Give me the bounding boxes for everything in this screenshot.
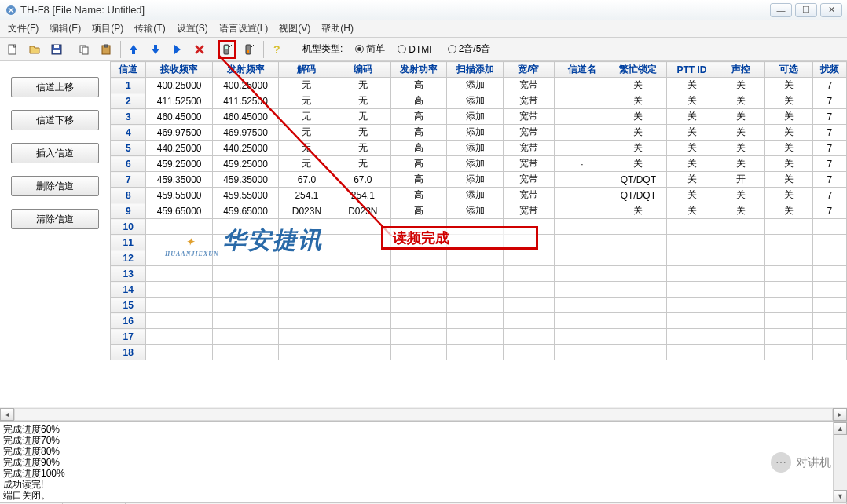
cell[interactable]: 关 — [610, 109, 666, 125]
cell[interactable]: 关 — [610, 156, 666, 172]
cell[interactable] — [447, 250, 503, 266]
cell[interactable]: 400.25000 — [212, 78, 278, 93]
column-header[interactable]: 繁忙锁定 — [610, 62, 666, 78]
cell[interactable]: 440.25000 — [212, 141, 278, 156]
menu-transfer[interactable]: 传输(T) — [130, 20, 170, 37]
cell[interactable] — [554, 172, 610, 188]
cell[interactable] — [717, 282, 765, 298]
cell[interactable]: 关 — [666, 203, 717, 219]
cell[interactable] — [146, 266, 212, 282]
write-to-radio-icon[interactable] — [240, 40, 258, 59]
cell[interactable]: 宽带 — [503, 78, 554, 93]
cell[interactable] — [503, 282, 554, 298]
column-header[interactable]: 宽/窄 — [503, 62, 554, 78]
insert-row-icon[interactable] — [168, 40, 187, 59]
log-pane[interactable]: 完成进度60% 完成进度70% 完成进度80% 完成进度90% 完成进度100%… — [0, 421, 847, 502]
column-header[interactable]: PTT ID — [666, 62, 717, 78]
cell[interactable] — [212, 345, 278, 360]
row-number[interactable]: 3 — [111, 109, 146, 125]
cell[interactable]: 高 — [391, 125, 447, 141]
cell[interactable] — [447, 329, 503, 345]
cell[interactable]: 67.0 — [279, 172, 335, 188]
table-row[interactable]: 16 — [111, 313, 847, 329]
cell[interactable]: 459.55000 — [212, 188, 278, 203]
cell[interactable]: 宽带 — [503, 93, 554, 109]
table-row[interactable]: 7459.35000459.3500067.067.0高添加宽带QT/DQT关开… — [111, 172, 847, 188]
cell[interactable]: 无 — [335, 78, 390, 93]
cell[interactable] — [812, 266, 846, 282]
row-number[interactable]: 14 — [111, 282, 146, 298]
clear-channel-button[interactable]: 清除信道 — [11, 209, 99, 229]
cell[interactable] — [391, 313, 447, 329]
cell[interactable]: 469.97500 — [212, 125, 278, 141]
cell[interactable]: 高 — [391, 188, 447, 203]
cell[interactable]: 7 — [812, 188, 846, 203]
scroll-up-icon[interactable]: ▲ — [834, 422, 847, 435]
table-row[interactable]: 5440.25000440.25000无无高添加宽带关关关关7 — [111, 141, 847, 156]
cell[interactable]: 无 — [335, 125, 390, 141]
cell[interactable] — [447, 282, 503, 298]
cell[interactable] — [146, 219, 212, 235]
cell[interactable] — [391, 298, 447, 313]
minimize-button[interactable]: — — [770, 3, 792, 17]
cell[interactable] — [212, 329, 278, 345]
cell[interactable]: 无 — [279, 156, 335, 172]
cell[interactable] — [212, 219, 278, 235]
cell[interactable] — [279, 250, 335, 266]
table-row[interactable]: 15 — [111, 298, 847, 313]
menu-lang[interactable]: 语言设置(L) — [214, 20, 273, 37]
row-number[interactable]: 16 — [111, 313, 146, 329]
cell[interactable]: 高 — [391, 203, 447, 219]
cell[interactable]: 高 — [391, 141, 447, 156]
cell[interactable]: 459.25000 — [212, 156, 278, 172]
cell[interactable]: 7 — [812, 109, 846, 125]
cell[interactable] — [717, 219, 765, 235]
cell[interactable]: 关 — [666, 109, 717, 125]
new-file-icon[interactable] — [3, 40, 22, 59]
cell[interactable]: 关 — [765, 78, 813, 93]
row-number[interactable]: 5 — [111, 141, 146, 156]
cell[interactable] — [610, 313, 666, 329]
save-file-icon[interactable] — [47, 40, 66, 59]
column-header[interactable]: 发射频率 — [212, 62, 278, 78]
cell[interactable]: 宽带 — [503, 156, 554, 172]
row-number[interactable]: 10 — [111, 219, 146, 235]
cell[interactable] — [554, 345, 610, 360]
column-header[interactable]: 可选 — [765, 62, 813, 78]
cell[interactable] — [447, 313, 503, 329]
row-number[interactable]: 2 — [111, 93, 146, 109]
cell[interactable] — [666, 345, 717, 360]
row-number[interactable]: 8 — [111, 188, 146, 203]
cell[interactable]: 高 — [391, 172, 447, 188]
cell[interactable]: 无 — [335, 141, 390, 156]
cell[interactable] — [554, 282, 610, 298]
radio-dtmf[interactable]: DTMF — [398, 44, 434, 55]
cell[interactable] — [765, 298, 813, 313]
close-button[interactable]: ✕ — [820, 3, 842, 17]
cell[interactable]: 关 — [666, 188, 717, 203]
cell[interactable]: 添加 — [447, 188, 503, 203]
cell[interactable]: 关 — [666, 141, 717, 156]
column-header[interactable]: 发射功率 — [391, 62, 447, 78]
cell[interactable]: 459.65000 — [146, 203, 212, 219]
cell[interactable]: 无 — [279, 141, 335, 156]
cell[interactable] — [391, 250, 447, 266]
cell[interactable] — [666, 298, 717, 313]
cell[interactable]: 254.1 — [279, 188, 335, 203]
cell[interactable]: 459.55000 — [146, 188, 212, 203]
cell[interactable] — [279, 266, 335, 282]
cell[interactable]: 关 — [717, 141, 765, 156]
cell[interactable]: 7 — [812, 141, 846, 156]
cell[interactable] — [554, 219, 610, 235]
table-row[interactable]: 4469.97500469.97500无无高添加宽带关关关关7 — [111, 125, 847, 141]
cell[interactable]: 关 — [717, 188, 765, 203]
cell[interactable] — [812, 329, 846, 345]
cell[interactable] — [554, 203, 610, 219]
cell[interactable] — [765, 235, 813, 250]
cell[interactable] — [279, 345, 335, 360]
cell[interactable]: 关 — [717, 203, 765, 219]
scroll-left-icon[interactable]: ◄ — [0, 408, 14, 421]
cell[interactable] — [610, 250, 666, 266]
cell[interactable]: 7 — [812, 93, 846, 109]
menu-edit[interactable]: 编辑(E) — [45, 20, 86, 37]
